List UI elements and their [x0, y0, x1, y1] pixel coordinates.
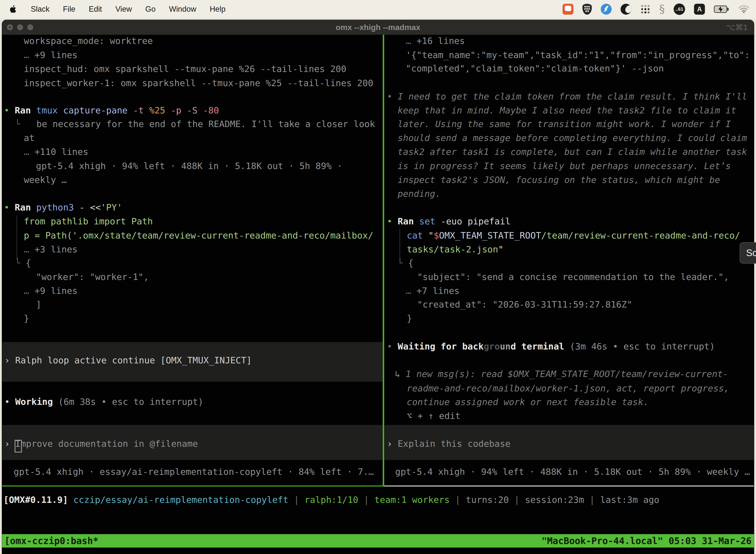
tooltip-text: Scre — [746, 248, 756, 258]
screen: { "menu_bar": { "items": ["Slack", "File… — [0, 0, 756, 554]
text-segment: session:23m — [525, 495, 584, 505]
tmux-status-bar[interactable]: [omx-cczip0:bash* "MacBook-Pro-44.local"… — [2, 534, 754, 548]
text-segment: | — [289, 495, 305, 505]
text-segment: ralph:1/10 — [305, 495, 359, 505]
screen-tooltip: Scre — [740, 242, 756, 264]
text-segment: cczip/essay/ai-reimplementation-copyleft — [73, 495, 289, 505]
text-segment: | — [584, 495, 600, 505]
omx-status-bar: [OMX#0.11.9] cczip/essay/ai-reimplementa… — [0, 0, 756, 554]
tmux-session-label: [omx-cczip0:bash* — [4, 536, 99, 546]
text-segment: turns:20 — [466, 495, 509, 505]
text-segment: | — [450, 495, 466, 505]
tmux-host-clock: "MacBook-Pro-44.local" 05:03 31-Mar-26 — [542, 536, 752, 546]
text-segment: last:3m ago — [600, 495, 659, 505]
omx-status-line: [OMX#0.11.9] cczip/essay/ai-reimplementa… — [3, 493, 659, 507]
text-segment: | — [509, 495, 525, 505]
text-segment: | — [359, 495, 375, 505]
terminal-content: workspace_mode: worktree… +9 linesinspec… — [0, 0, 756, 554]
text-segment: team:1 workers — [375, 495, 450, 505]
text-segment: [OMX#0.11.9] — [3, 495, 73, 505]
